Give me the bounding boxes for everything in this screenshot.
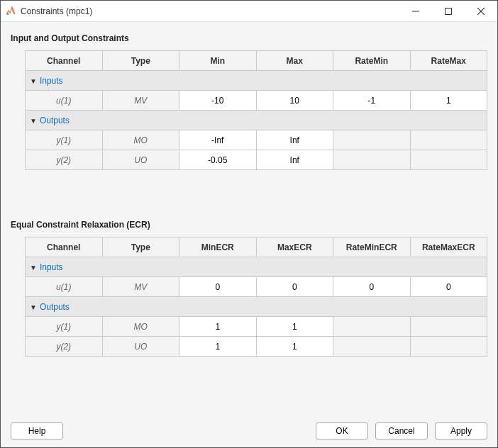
ratemin-cell[interactable]: -1 (333, 91, 411, 111)
min-cell[interactable]: -10 (179, 91, 257, 111)
ratemax-cell (410, 150, 487, 170)
type-cell: UO (102, 150, 179, 170)
help-button[interactable]: Help (11, 422, 63, 439)
rateminecr-cell[interactable]: 0 (333, 277, 411, 297)
type-cell: MV (102, 277, 179, 297)
table-row: u(1) MV -10 10 -1 1 (26, 91, 487, 111)
triangle-down-icon: ▼ (30, 77, 37, 85)
channel-cell: y(1) (26, 130, 103, 150)
outputs-group-row[interactable]: ▼Outputs (26, 111, 487, 130)
channel-cell: u(1) (26, 91, 103, 111)
inputs-label: Inputs (40, 76, 63, 86)
col-type: Type (102, 237, 179, 257)
table-row: y(2) UO 1 1 (26, 337, 487, 357)
ecr-table: Channel Type MinECR MaxECR RateMinECR Ra… (25, 237, 487, 357)
outputs-label: Outputs (40, 116, 70, 125)
col-min: Min (179, 51, 257, 71)
min-cell[interactable]: -0.05 (179, 150, 257, 170)
triangle-down-icon: ▼ (30, 303, 37, 311)
col-ratemaxecr: RateMaxECR (410, 237, 487, 257)
table-row: y(2) UO -0.05 Inf (26, 150, 487, 170)
dialog-footer: Help OK Cancel Apply (1, 415, 497, 447)
type-cell: UO (102, 337, 179, 357)
type-cell: MO (102, 317, 179, 337)
inputs-group-row[interactable]: ▼Inputs (26, 71, 487, 91)
table-header-row: Channel Type MinECR MaxECR RateMinECR Ra… (26, 237, 487, 257)
col-channel: Channel (26, 51, 103, 71)
window-title: Constraints (mpc1) (21, 6, 399, 16)
col-type: Type (102, 51, 179, 71)
maximize-button[interactable] (432, 1, 465, 22)
maxecr-cell[interactable]: 0 (256, 277, 333, 297)
ratemax-cell[interactable]: 1 (410, 91, 487, 111)
max-cell[interactable]: 10 (256, 91, 333, 111)
table-row: y(1) MO -Inf Inf (26, 130, 487, 150)
minecr-cell[interactable]: 1 (179, 337, 257, 357)
section2-title: Equal Constraint Relaxation (ECR) (11, 220, 487, 230)
triangle-down-icon: ▼ (30, 264, 37, 271)
ratemax-cell (410, 130, 487, 150)
titlebar: Constraints (mpc1) (1, 1, 497, 22)
channel-cell: y(1) (26, 317, 103, 337)
close-button[interactable] (465, 1, 497, 22)
ratemin-cell (333, 150, 411, 170)
col-channel: Channel (26, 237, 103, 257)
rateminecr-cell (333, 337, 411, 357)
col-ratemin: RateMin (333, 51, 411, 71)
table-row: u(1) MV 0 0 0 0 (26, 277, 487, 297)
cancel-button[interactable]: Cancel (375, 422, 428, 439)
col-rateminecr: RateMinECR (333, 237, 411, 257)
minecr-cell[interactable]: 1 (179, 317, 257, 337)
max-cell[interactable]: Inf (256, 150, 333, 170)
inputs-group-row[interactable]: ▼Inputs (26, 257, 487, 277)
minecr-cell[interactable]: 0 (179, 277, 257, 297)
type-cell: MV (102, 91, 179, 111)
dialog-content: Input and Output Constraints Channel Typ… (1, 22, 497, 415)
ok-button[interactable]: OK (316, 422, 368, 439)
ratemaxecr-cell[interactable]: 0 (410, 277, 487, 297)
section1-title: Input and Output Constraints (11, 33, 487, 43)
rateminecr-cell (333, 317, 411, 337)
maxecr-cell[interactable]: 1 (256, 317, 333, 337)
outputs-label: Outputs (40, 302, 70, 312)
matlab-icon (5, 6, 16, 17)
col-ratemax: RateMax (410, 51, 487, 71)
ratemin-cell (333, 130, 411, 150)
channel-cell: y(2) (26, 337, 103, 357)
col-max: Max (256, 51, 333, 71)
inputs-label: Inputs (40, 262, 63, 272)
table-header-row: Channel Type Min Max RateMin RateMax (26, 51, 487, 71)
min-cell[interactable]: -Inf (179, 130, 257, 150)
ratemaxecr-cell (410, 317, 487, 337)
triangle-down-icon: ▼ (30, 117, 37, 125)
minimize-button[interactable] (399, 1, 432, 22)
channel-cell: u(1) (26, 277, 103, 297)
apply-button[interactable]: Apply (435, 422, 487, 439)
col-maxecr: MaxECR (256, 237, 333, 257)
svg-rect-1 (446, 8, 452, 14)
channel-cell: y(2) (26, 150, 103, 170)
type-cell: MO (102, 130, 179, 150)
max-cell[interactable]: Inf (256, 130, 333, 150)
outputs-group-row[interactable]: ▼Outputs (26, 297, 487, 317)
table-row: y(1) MO 1 1 (26, 317, 487, 337)
ratemaxecr-cell (410, 337, 487, 357)
spacer (11, 170, 487, 217)
maxecr-cell[interactable]: 1 (256, 337, 333, 357)
col-minecr: MinECR (179, 237, 257, 257)
constraints-table: Channel Type Min Max RateMin RateMax ▼In… (25, 50, 487, 170)
